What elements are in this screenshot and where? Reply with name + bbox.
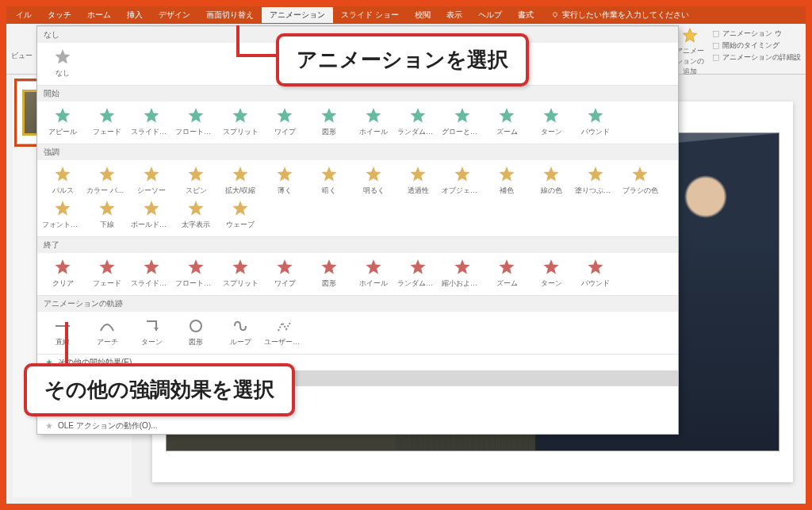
animation-advanced-link-2[interactable]: アニメーションの詳細設 [712, 52, 801, 63]
gallery-item[interactable]: オブジェクト … [440, 163, 485, 197]
gallery-item[interactable]: ループ [218, 315, 262, 349]
gallery-item[interactable]: アーチ [85, 315, 129, 349]
animation-advanced-links: アニメーション ウ開始のタイミングアニメーションの詳細設 [712, 27, 801, 72]
gallery-item[interactable]: ボールドフラ… [129, 197, 174, 232]
gallery-item[interactable]: ターン [129, 315, 174, 349]
gallery-item[interactable]: ホイール [351, 105, 396, 139]
gallery-item[interactable]: シーソー [129, 163, 174, 197]
gallery-section-header: アニメーションの軌跡 [37, 295, 678, 312]
ribbon-section-label: ビュー [6, 51, 36, 61]
ribbon-tab-3[interactable]: 挿入 [119, 7, 151, 23]
ribbon-tab-0[interactable]: イル [8, 7, 40, 23]
gallery-item[interactable]: フェード [85, 256, 129, 290]
gallery-item-label: オブジェクト … [440, 186, 485, 196]
gallery-item[interactable]: バウンド [573, 256, 618, 290]
gallery-item[interactable]: 薄く [262, 163, 307, 197]
gallery-section-row: クリアフェードスライドアウトフロートアウトスプリットワイプ図形ホイールランダムス… [37, 253, 678, 295]
gallery-item[interactable]: 下線 [85, 197, 129, 232]
ribbon-tab-8[interactable]: 校閲 [407, 7, 439, 23]
gallery-item[interactable]: 塗りつぶしの色 [573, 163, 618, 197]
gallery-item[interactable]: スライドアウト [129, 256, 174, 290]
gallery-item[interactable]: フォントの色 [40, 197, 85, 232]
gallery-item[interactable]: ズーム [485, 105, 529, 139]
gallery-item[interactable]: ウェーブ [218, 197, 262, 232]
svg-rect-7 [714, 55, 719, 60]
gallery-item[interactable]: 拡大/収縮 [218, 163, 262, 197]
gallery-item[interactable]: 直線 [40, 315, 85, 349]
callout-text: アニメーションを選択 [297, 48, 508, 71]
gallery-item[interactable]: カラー パルス [85, 163, 129, 197]
gallery-item[interactable]: 暗く [307, 163, 351, 197]
ribbon-tab-4[interactable]: デザイン [151, 7, 198, 23]
gallery-item[interactable]: グローとターン [440, 105, 485, 139]
gallery-item[interactable]: ワイプ [262, 105, 307, 139]
gallery-item[interactable]: スプリット [218, 256, 262, 290]
gallery-item[interactable]: ターン [529, 105, 573, 139]
gallery-item[interactable]: スプリット [218, 105, 262, 139]
gallery-item-label: 太字表示 [174, 220, 218, 230]
gallery-item-label: スライドアウト [129, 278, 174, 289]
gallery-item[interactable]: ワイプ [262, 256, 307, 290]
gallery-item[interactable]: 図形 [307, 105, 351, 139]
ribbon-tab-2[interactable]: ホーム [79, 7, 119, 23]
gallery-item[interactable]: アピール [40, 105, 85, 139]
ribbon-tab-11[interactable]: 書式 [510, 7, 542, 23]
star-icon [453, 258, 472, 277]
gallery-item[interactable]: ズーム [485, 256, 529, 290]
animation-advanced-link-1[interactable]: 開始のタイミング [712, 40, 801, 51]
gallery-item[interactable]: 図形 [174, 315, 218, 349]
gallery-item[interactable]: 太字表示 [174, 197, 218, 232]
svg-marker-8 [56, 49, 71, 64]
gallery-item[interactable]: フェード [85, 105, 129, 139]
gallery-item-label: パルス [40, 186, 85, 196]
gallery-item-label: 図形 [307, 127, 351, 137]
svg-marker-53 [588, 259, 603, 274]
gallery-item[interactable]: 縮小および… [440, 256, 485, 290]
star-icon [45, 422, 53, 430]
gallery-item[interactable]: ブラシの色 [618, 163, 662, 197]
star-icon [408, 165, 427, 184]
svg-marker-19 [500, 108, 515, 123]
gallery-item[interactable]: バウンド [573, 105, 618, 139]
gallery-item[interactable]: パルス [40, 163, 85, 197]
gallery-item[interactable]: ターン [529, 256, 573, 290]
ribbon-tab-6[interactable]: アニメーション [262, 7, 333, 23]
star-icon [542, 165, 561, 184]
gallery-item[interactable]: ホイール [351, 256, 396, 290]
callout-leader [236, 25, 239, 56]
animation-advanced-link-0[interactable]: アニメーション ウ [712, 29, 801, 39]
gallery-item-label: ユーザー設… [262, 337, 307, 347]
gallery-item[interactable]: 補色 [485, 163, 529, 197]
gallery-item[interactable]: ユーザー設… [262, 315, 307, 349]
star-icon [453, 165, 472, 184]
svg-marker-17 [411, 108, 426, 123]
gallery-item-label: スピン [174, 186, 218, 196]
gallery-item[interactable]: ランダムスト… [396, 105, 440, 139]
gallery-item-label: グローとターン [440, 127, 485, 137]
gallery-item[interactable]: フロートアウト [174, 256, 218, 290]
star-icon [98, 165, 117, 184]
gallery-item[interactable]: なし [40, 46, 85, 80]
gallery-item[interactable]: スピン [174, 163, 218, 197]
gallery-item[interactable]: 線の色 [529, 163, 573, 197]
small-icon [712, 42, 720, 50]
gallery-item-label: ズーム [485, 278, 529, 289]
ribbon-tab-5[interactable]: 画面切り替え [198, 7, 262, 23]
gallery-more-link[interactable]: OLE アクションの動作(O)... [37, 418, 678, 434]
gallery-item[interactable]: 図形 [307, 256, 351, 290]
ribbon-tab-9[interactable]: 表示 [439, 7, 470, 23]
gallery-item[interactable]: クリア [40, 256, 85, 290]
svg-marker-30 [411, 167, 426, 182]
ribbon-tab-7[interactable]: スライド ショー [333, 7, 407, 23]
gallery-item[interactable]: ランダムスト… [396, 256, 440, 290]
gallery-item[interactable]: 明るく [351, 163, 396, 197]
gallery-item[interactable]: 透過性 [396, 163, 440, 197]
gallery-item[interactable]: スライドイン [129, 105, 174, 139]
star-icon [186, 106, 205, 125]
ribbon-tab-10[interactable]: ヘルプ [470, 7, 510, 23]
ribbon-tab-1[interactable]: タッチ [40, 7, 79, 23]
small-icon [712, 54, 720, 62]
tell-me-search[interactable]: 実行したい作業を入力してください [542, 10, 689, 21]
star-icon [586, 258, 605, 277]
gallery-item[interactable]: フロートイン [174, 105, 218, 139]
